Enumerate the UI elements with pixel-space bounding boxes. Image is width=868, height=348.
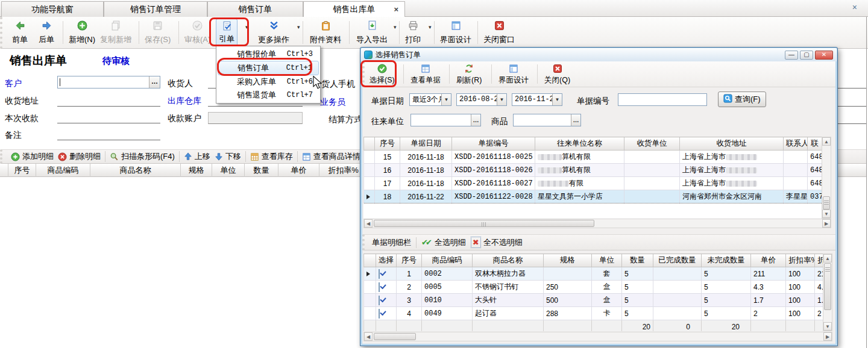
- col-name[interactable]: 商品名称: [90, 164, 181, 177]
- payment-input[interactable]: [57, 113, 160, 123]
- date-from-select[interactable]: 2016-08-22▼: [456, 93, 507, 106]
- scan-barcode-button[interactable]: 扫描条形码(F4): [110, 151, 175, 162]
- col-spec[interactable]: 规格: [181, 164, 212, 177]
- tabstrip-close-icon[interactable]: ×: [852, 2, 857, 12]
- dialog-titlebar[interactable]: 选择销售订单 — ▢ ✕: [361, 48, 837, 61]
- more-actions-button[interactable]: 更多操作: [256, 19, 292, 46]
- menu-item-sales-return[interactable]: 销售退货单Ctrl+7: [218, 89, 319, 102]
- checkbox-checked[interactable]: [379, 282, 380, 292]
- partner-input[interactable]: …: [410, 114, 481, 126]
- details-vscrollbar[interactable]: ▲ ▼: [823, 253, 832, 331]
- order-row[interactable]: 15 2016-11-18 XSDD-20161118-0025 算机有限 上海…: [364, 151, 822, 164]
- window-layout-icon: [451, 20, 461, 33]
- partner-label: 往来单位: [371, 116, 404, 127]
- move-down-button[interactable]: 下移: [215, 151, 241, 162]
- tab-sales-order-mgmt[interactable]: 销售订单管理: [104, 1, 207, 17]
- ui-design-button[interactable]: 界面设计: [438, 19, 474, 46]
- menu-item-quote[interactable]: 销售报价单Ctrl+3: [218, 48, 319, 61]
- scroll-up-icon[interactable]: ▲: [822, 137, 831, 146]
- detail-row[interactable]: 2 0005 不锈钢订书钉250 盒 5 54.3 1004.3: [364, 281, 823, 294]
- menu-item-sales-order[interactable]: 销售订单Ctrl+1: [218, 61, 319, 75]
- col-seq[interactable]: 序号: [8, 164, 36, 177]
- chevron-down-icon[interactable]: ▼: [441, 94, 451, 105]
- lookup-dots-button[interactable]: …: [471, 114, 480, 126]
- detail-row[interactable]: 3 0010 大头针 500 盒 5 5 1.7 100 1.7: [364, 294, 823, 307]
- view-stock-button[interactable]: 查看库存: [250, 151, 293, 162]
- tab-sales-order[interactable]: 销售订单: [207, 1, 303, 17]
- customer-input[interactable]: …: [57, 76, 160, 89]
- details-header-row[interactable]: 选择序号 商品编码商品名称 规格单位 数量已完成数量 未完成数量单价 折扣率%折: [364, 254, 823, 267]
- refresh-button[interactable]: 刷新(R): [454, 63, 484, 86]
- close-button[interactable]: ✕: [815, 51, 833, 60]
- checkbox-checked[interactable]: [379, 269, 380, 279]
- next-doc-button[interactable]: 后单: [36, 19, 57, 46]
- menu-item-purchase-in[interactable]: 采购入库单Ctrl+6: [218, 75, 319, 89]
- lookup-dots-button[interactable]: …: [571, 114, 580, 126]
- select-none-button[interactable]: ✖全不选明细: [471, 237, 523, 248]
- product-input[interactable]: …: [513, 114, 581, 126]
- pull-doc-button[interactable]: 引单: [216, 19, 237, 46]
- col-qty[interactable]: 数量: [245, 164, 278, 177]
- select-button[interactable]: 选择(S): [367, 63, 397, 86]
- dialog-close-button[interactable]: 关闭(Q): [542, 63, 573, 86]
- order-row-selected[interactable]: 18 2016-11-22 XSDD-20161122-0028 星星文具第一小…: [364, 190, 822, 204]
- chevron-down-icon[interactable]: ▾: [429, 24, 432, 30]
- col-code[interactable]: 商品编码: [36, 164, 90, 177]
- order-row[interactable]: 16 2016-11-18 XSDD-20161118-0026 算机有限 上海…: [364, 164, 822, 177]
- import-export-button[interactable]: 导入导出: [354, 19, 390, 46]
- save-button[interactable]: 保存(S): [142, 19, 173, 46]
- move-up-button[interactable]: 上移: [184, 151, 210, 162]
- remark-input[interactable]: [57, 129, 160, 140]
- date-range-select[interactable]: 最近3个月▼: [409, 93, 451, 106]
- chevron-down-icon[interactable]: ▼: [497, 94, 506, 105]
- query-button[interactable]: 查询(F): [718, 92, 766, 107]
- col-unit[interactable]: 单位: [212, 164, 245, 177]
- view-doc-button[interactable]: 查看单据: [408, 63, 443, 86]
- scroll-down-icon[interactable]: ▼: [823, 322, 832, 331]
- doc-no-input[interactable]: [618, 93, 707, 106]
- dialog-ui-design-button[interactable]: 界面设计: [496, 63, 531, 86]
- new-button[interactable]: 新增(N): [66, 19, 98, 46]
- prev-doc-button[interactable]: 前单: [10, 19, 30, 46]
- orders-header-row[interactable]: 序号单据日期 单据编号往来单位名称 收货单位收货地址 联系人联: [364, 137, 822, 151]
- totals-row: 20 0 20: [364, 320, 823, 332]
- chevron-down-icon[interactable]: ▾: [394, 24, 397, 30]
- copy-new-button[interactable]: 复制新增: [98, 19, 134, 46]
- scroll-right-icon[interactable]: ▶: [822, 219, 831, 228]
- scroll-right-icon[interactable]: ▶: [823, 332, 832, 341]
- col-price[interactable]: 单价: [278, 164, 319, 177]
- tab-nav-window[interactable]: 功能导航窗: [1, 1, 104, 17]
- remove-detail-button[interactable]: 删除明细: [58, 151, 101, 162]
- scroll-up-icon[interactable]: ▲: [823, 254, 832, 263]
- magnifier-icon: [110, 152, 119, 161]
- tab-close-icon[interactable]: ×: [394, 2, 398, 17]
- audit-button[interactable]: 审核(A): [182, 19, 213, 46]
- scroll-left-icon[interactable]: ◀: [364, 219, 373, 228]
- lookup-dots-button[interactable]: …: [149, 76, 160, 88]
- checkbox-checked[interactable]: [379, 296, 380, 305]
- address-input[interactable]: [57, 96, 160, 107]
- scroll-down-icon[interactable]: ▼: [822, 210, 831, 218]
- chevron-down-icon[interactable]: ▼: [552, 94, 562, 105]
- orders-vscrollbar[interactable]: ▲ ▼: [822, 137, 831, 219]
- view-product-button[interactable]: 查看商品详情: [302, 151, 360, 162]
- attachment-button[interactable]: 附件资料: [307, 19, 344, 46]
- tab-sales-outbound[interactable]: 销售出库单 ×: [303, 1, 405, 17]
- detail-row[interactable]: 4 0049 起订器288 卡 5 52 1002: [364, 307, 823, 320]
- order-row[interactable]: 17 2016-11-18 XSDD-20161118-0027 有限 上海省上…: [364, 177, 822, 190]
- detail-row[interactable]: 1 0002 双林木柄拉力器 套 5 5 211 100 211: [364, 267, 823, 281]
- select-all-button[interactable]: ✔✔全选明细: [421, 237, 466, 248]
- chevron-down-icon[interactable]: ▾: [297, 24, 300, 30]
- date-to-select[interactable]: 2016-11-22▼: [512, 93, 562, 106]
- scroll-left-icon[interactable]: ◀: [364, 332, 373, 341]
- add-detail-button[interactable]: 添加明细: [11, 151, 54, 162]
- details-hscrollbar[interactable]: ◀ ▶: [363, 332, 832, 341]
- orders-hscrollbar[interactable]: ◀ ▶: [363, 219, 831, 228]
- close-window-button[interactable]: 关闭窗口: [481, 19, 517, 46]
- print-button[interactable]: 打印: [403, 19, 423, 46]
- account-input[interactable]: [208, 112, 303, 124]
- chevron-down-icon[interactable]: ▾: [245, 24, 248, 30]
- checkbox-checked[interactable]: [379, 309, 380, 318]
- maximize-button[interactable]: ▢: [800, 51, 813, 60]
- minimize-button[interactable]: —: [785, 51, 798, 60]
